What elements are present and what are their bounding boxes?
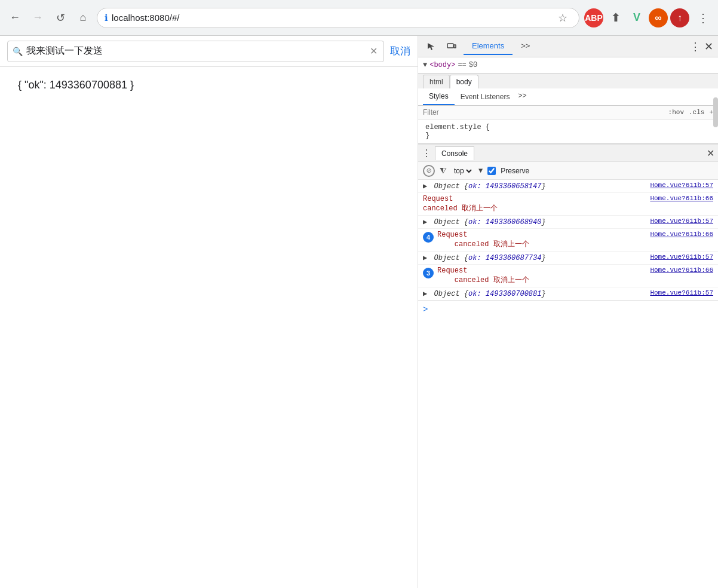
entry-link[interactable]: Home.vue?611b:57 bbox=[650, 253, 713, 261]
expand-arrow[interactable]: ▶ bbox=[423, 290, 427, 298]
cancel-button[interactable]: 取消 bbox=[390, 44, 410, 58]
console-entries: Home.vue?611b:57 ▶ Object {ok: 149336065… bbox=[418, 180, 718, 588]
devtools-menu-button[interactable]: ⋮ bbox=[690, 40, 701, 53]
console-top-select[interactable]: top bbox=[452, 166, 474, 176]
home-button[interactable]: ⌂ bbox=[74, 9, 92, 27]
console-entry: Home.vue?611b:66 Requestcanceled 取消上一个 bbox=[418, 193, 718, 216]
entry-badge: 3 bbox=[423, 268, 434, 278]
device-toolbar-button[interactable] bbox=[443, 38, 460, 55]
element-style-line2: } bbox=[425, 131, 711, 140]
cursor-icon bbox=[426, 42, 436, 51]
star-button[interactable]: ☆ bbox=[554, 9, 572, 27]
console-close-button[interactable]: ✕ bbox=[707, 148, 714, 159]
entry-link[interactable]: Home.vue?611b:66 bbox=[650, 195, 713, 202]
search-bar: 🔍 ✕ 取消 bbox=[0, 36, 418, 67]
console-filter-bar: ⊘ ⧨ top ▼ Preserve bbox=[418, 162, 718, 180]
console-menu-button[interactable]: ⋮ bbox=[422, 148, 431, 159]
console-tab[interactable]: Console bbox=[435, 146, 474, 160]
console-entry: Home.vue?611b:57 ▶ Object {ok: 149336068… bbox=[418, 252, 718, 265]
forward-button[interactable]: → bbox=[29, 9, 47, 27]
styles-tabs: Styles Event Listeners >> bbox=[418, 88, 718, 106]
svg-rect-1 bbox=[454, 45, 456, 48]
address-bar[interactable]: ℹ localhost:8080/#/ ☆ bbox=[97, 8, 579, 28]
add-style-button[interactable]: + bbox=[709, 109, 713, 116]
console-entry: Home.vue?611b:57 ▶ Object {ok: 149336070… bbox=[418, 287, 718, 301]
vue-extension-button[interactable]: V bbox=[627, 8, 646, 27]
scrollbar-thumb bbox=[713, 97, 718, 127]
console-toolbar: ⋮ Console ✕ bbox=[418, 144, 718, 162]
search-icon: 🔍 bbox=[13, 47, 23, 56]
elements-breadcrumb: ▼ <body> == $0 bbox=[423, 61, 713, 69]
red-extension-button[interactable]: ↑ bbox=[670, 8, 689, 27]
devices-icon bbox=[447, 42, 456, 51]
console-entry: Home.vue?611b:57 ▶ Object {ok: 149336065… bbox=[418, 180, 718, 193]
main-layout: 🔍 ✕ 取消 { "ok": 1493360700881 } bbox=[0, 36, 718, 588]
info-icon: ℹ bbox=[105, 13, 108, 23]
entry-link[interactable]: Home.vue?611b:57 bbox=[650, 289, 713, 296]
extensions-bar: ABP ⬆ V ∞ ↑ bbox=[584, 8, 689, 27]
back-button[interactable]: ← bbox=[6, 9, 24, 27]
element-style-line1: element.style { bbox=[425, 123, 711, 131]
reload-button[interactable]: ↺ bbox=[51, 9, 69, 27]
styles-section: Styles Event Listeners >> :hov .cls + el… bbox=[418, 88, 718, 144]
expand-arrow[interactable]: ▶ bbox=[423, 218, 427, 226]
devtools-close-button[interactable]: ✕ bbox=[704, 40, 713, 53]
elements-section: ▼ <body> == $0 bbox=[418, 57, 718, 74]
tab-html[interactable]: html bbox=[423, 75, 450, 88]
tab-styles[interactable]: Styles bbox=[423, 88, 455, 105]
search-input[interactable] bbox=[26, 46, 365, 57]
url-text: localhost:8080/#/ bbox=[112, 13, 550, 23]
entry-link[interactable]: Home.vue?611b:57 bbox=[650, 218, 713, 225]
search-input-wrapper: 🔍 ✕ bbox=[7, 41, 384, 62]
json-response: { "ok": 1493360700881 } bbox=[0, 67, 418, 103]
arrow-extension-button[interactable]: ⬆ bbox=[606, 8, 625, 27]
entry-link[interactable]: Home.vue?611b:66 bbox=[650, 231, 713, 238]
expand-arrow[interactable]: ▶ bbox=[423, 182, 427, 191]
styles-filter-row: :hov .cls + bbox=[418, 106, 718, 120]
console-entry: 4 Home.vue?611b:66 Request canceled 取消上一… bbox=[418, 229, 718, 252]
chrome-menu-button[interactable]: ⋮ bbox=[694, 9, 712, 27]
breadcrumb-tabs: html body bbox=[418, 74, 718, 88]
body-tag: <body> bbox=[429, 61, 455, 69]
devtools-tabs: Elements >> bbox=[464, 38, 538, 55]
svg-rect-0 bbox=[447, 44, 453, 48]
console-no-entry-button[interactable]: ⊘ bbox=[423, 165, 435, 177]
preserve-label: Preserve bbox=[501, 167, 529, 175]
devtools-panel: Elements >> ⋮ ✕ ▼ <body> == $0 html body… bbox=[418, 36, 718, 588]
console-filter-icon[interactable]: ⧨ bbox=[440, 166, 447, 176]
entry-link[interactable]: Home.vue?611b:57 bbox=[650, 182, 713, 189]
tab-event-listeners[interactable]: Event Listeners bbox=[455, 88, 516, 105]
entry-badge: 4 bbox=[423, 232, 434, 243]
styles-filter-input[interactable] bbox=[423, 108, 664, 117]
styles-more: >> bbox=[516, 88, 529, 105]
element-style-block: element.style { } bbox=[418, 120, 718, 143]
clear-input-button[interactable]: ✕ bbox=[369, 44, 379, 58]
prompt-arrow: > bbox=[423, 305, 428, 314]
orange-extension-button[interactable]: ∞ bbox=[649, 8, 668, 27]
expand-arrow[interactable]: ▶ bbox=[423, 254, 427, 262]
tab-elements[interactable]: Elements bbox=[464, 38, 513, 55]
console-entry: 3 Home.vue?611b:66 Request canceled 取消上一… bbox=[418, 265, 718, 287]
abp-extension-button[interactable]: ABP bbox=[584, 8, 603, 27]
app-panel: 🔍 ✕ 取消 { "ok": 1493360700881 } bbox=[0, 36, 418, 588]
console-top-arrow: ▼ bbox=[478, 167, 483, 175]
console-prompt: > bbox=[418, 301, 718, 317]
hov-button[interactable]: :hov bbox=[668, 109, 684, 116]
tab-more[interactable]: >> bbox=[513, 38, 538, 55]
tab-body[interactable]: body bbox=[450, 75, 478, 89]
cls-button[interactable]: .cls bbox=[689, 109, 704, 116]
preserve-checkbox[interactable] bbox=[487, 167, 496, 175]
console-entry: Home.vue?611b:57 ▶ Object {ok: 149336066… bbox=[418, 216, 718, 229]
browser-chrome: ← → ↺ ⌂ ℹ localhost:8080/#/ ☆ ABP ⬆ V ∞ … bbox=[0, 0, 718, 36]
devtools-toolbar: Elements >> ⋮ ✕ bbox=[418, 36, 718, 57]
console-panel: ⋮ Console ✕ ⊘ ⧨ top ▼ Preserve bbox=[418, 144, 718, 588]
inspector-tool-button[interactable] bbox=[423, 38, 440, 55]
entry-link[interactable]: Home.vue?611b:66 bbox=[650, 267, 713, 274]
